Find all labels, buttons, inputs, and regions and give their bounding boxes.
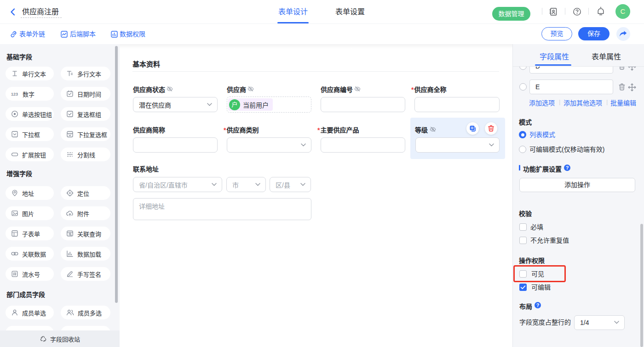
svg-text:123: 123 — [11, 92, 18, 97]
